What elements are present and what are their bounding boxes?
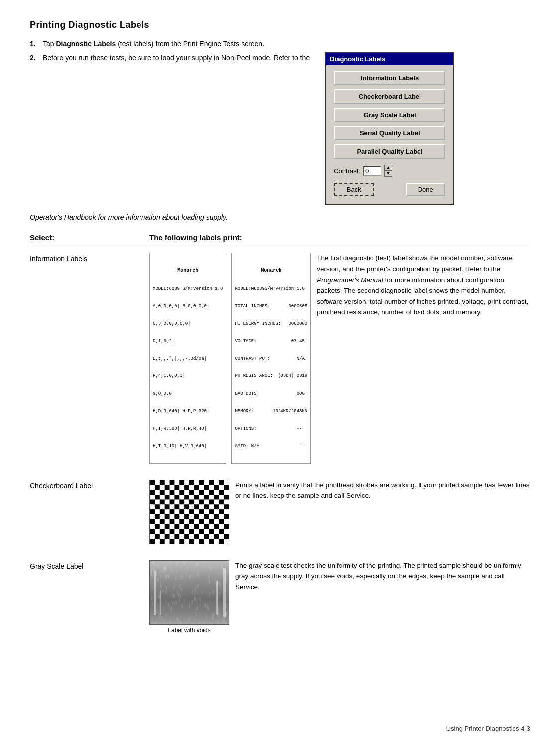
label2-line-1: TOTAL INCHES: 0000505 — [235, 304, 307, 310]
gray-scale-caption: Label with voids — [168, 627, 210, 634]
operators-handbook-italic: Operator's Handbook — [30, 213, 96, 221]
step-1-text: Tap Diagnostic Labels (test labels) from… — [43, 38, 264, 49]
gray-scale-label-row: Gray Scale Label Label with voids The gr… — [30, 560, 530, 634]
checkerboard-image — [149, 480, 229, 544]
label1-line-3: D,1,0,2| — [153, 339, 223, 345]
dialog-titlebar: Diagnostic Labels — [326, 53, 453, 65]
contrast-label: Contrast: — [334, 167, 360, 175]
done-button[interactable]: Done — [406, 183, 445, 196]
label2-line-8: OPTIONS: -- — [235, 426, 307, 432]
information-labels-description: The first diagnostic (test) label shows … — [317, 253, 530, 318]
operators-handbook-text: for more information about loading suppl… — [96, 213, 228, 221]
operators-handbook-caption: Operator's Handbook for more information… — [30, 213, 530, 221]
diagnostic-label-2: Monarch MODEL:M60395/M:Version 1.0 TOTAL… — [231, 253, 311, 463]
information-labels-row: Information Labels Monarch MODEL:6039 S/… — [30, 253, 530, 463]
label1-line-5: F,4,1,0,0,3| — [153, 374, 223, 379]
label2-line-5: PH RESISTANCE: (0384) 0319 — [235, 374, 307, 379]
label1-line-6: G,0,0,0| — [153, 391, 223, 397]
gray-scale-content: Label with voids The gray scale test che… — [149, 560, 530, 634]
label1-line-8: H,I,R,380| H,R,R,40| — [153, 426, 223, 432]
page-title: Printing Diagnostic Labels — [30, 20, 530, 30]
serial-quality-label-button[interactable]: Serial Quality Label — [334, 126, 445, 140]
information-labels-content: Monarch MODEL:6039 S/M:Version 1.0 A,0,0… — [149, 253, 530, 463]
checkerboard-content: Prints a label to verify that the printh… — [149, 480, 530, 544]
select-header: Select: The following labels print: — [30, 233, 530, 245]
step-1-after: (test labels) from the Print Engine Test… — [116, 40, 264, 48]
information-labels-button[interactable]: Information Labels — [334, 71, 445, 85]
contrast-input[interactable] — [363, 166, 381, 176]
label2-line-0: MODEL:M60395/M:Version 1.0 — [235, 286, 307, 292]
checkerboard-description: Prints a label to verify that the printh… — [235, 480, 530, 501]
step-2-text-block: 2. Before you run these tests, be sure t… — [30, 52, 310, 66]
step-1-number: 1. — [30, 38, 40, 49]
select-section: Select: The following labels print: Info… — [30, 233, 530, 633]
contrast-down-arrow[interactable]: ▼ — [384, 171, 392, 177]
label1-line-4: E,t,,,",|,,,-.0d/0a| — [153, 356, 223, 362]
information-labels-label: Information Labels — [30, 253, 140, 263]
label2-line-4: CONTRAST POT: N/A — [235, 356, 307, 362]
step-2-text: Before you run these tests, be sure to l… — [43, 52, 310, 63]
back-button[interactable]: Back — [334, 183, 374, 196]
page-footer: Using Printer Diagnostics 4-3 — [446, 725, 530, 732]
label2-line-6: BAD DOTS: 000 — [235, 391, 307, 397]
step-2: 2. Before you run these tests, be sure t… — [30, 52, 310, 63]
diagnostic-labels-dialog: Diagnostic Labels Information Labels Che… — [325, 52, 454, 205]
step-1: 1. Tap Diagnostic Labels (test labels) f… — [30, 38, 530, 49]
label1-line-7: H,D,R,640| H,F,R,320| — [153, 409, 223, 415]
step-2-number: 2. — [30, 52, 40, 63]
step-2-section: 2. Before you run these tests, be sure t… — [30, 52, 530, 205]
checkerboard-label-row: Checkerboard Label Prints a label to ver… — [30, 480, 530, 544]
dialog-footer: Back Done — [334, 183, 445, 198]
info-labels-images-row: Monarch MODEL:6039 S/M:Version 1.0 A,0,0… — [149, 253, 311, 463]
dialog-content: Information Labels Checkerboard Label Gr… — [326, 65, 453, 204]
parallel-quality-label-button[interactable]: Parallel Quality Label — [334, 144, 445, 159]
label1-line-9: H,T,R,10| H,V,R,640| — [153, 444, 223, 450]
gray-scale-label-label: Gray Scale Label — [30, 560, 140, 570]
label1-line-1: A,0,0,0,0| B,0,0,0,0| — [153, 304, 223, 310]
contrast-spinner[interactable]: ▲ ▼ — [384, 165, 392, 177]
label2-line-7: MEMORY: 1024KR/2048KN — [235, 409, 307, 415]
gray-scale-image — [149, 560, 229, 625]
select-col-header: Select: — [30, 233, 140, 242]
following-labels-header: The following labels print: — [149, 233, 530, 242]
diagnostic-label-1: Monarch MODEL:6039 S/M:Version 1.0 A,0,0… — [149, 253, 226, 463]
checkerboard-label-label: Checkerboard Label — [30, 480, 140, 490]
gray-scale-description: The gray scale test checks the uniformit… — [235, 560, 530, 593]
label1-title: Monarch — [153, 267, 223, 274]
label2-title: Monarch — [235, 267, 307, 274]
label2-line-3: VOLTAGE: 07.45 — [235, 339, 307, 345]
gray-scale-label-button[interactable]: Gray Scale Label — [334, 108, 445, 122]
label2-line-9: SMID: N/A -- — [235, 444, 307, 450]
contrast-row: Contrast: ▲ ▼ — [334, 165, 445, 177]
contrast-up-arrow[interactable]: ▲ — [384, 165, 392, 171]
label1-line-0: MODEL:6039 S/M:Version 1.0 — [153, 286, 223, 292]
label1-line-2: C,3,0,0,0,0,0| — [153, 321, 223, 327]
step-1-bold: Diagnostic Labels — [56, 40, 116, 48]
checkerboard-label-button[interactable]: Checkerboard Label — [334, 89, 445, 104]
label2-line-2: HI ENERGY INCHES: 0000000 — [235, 321, 307, 327]
